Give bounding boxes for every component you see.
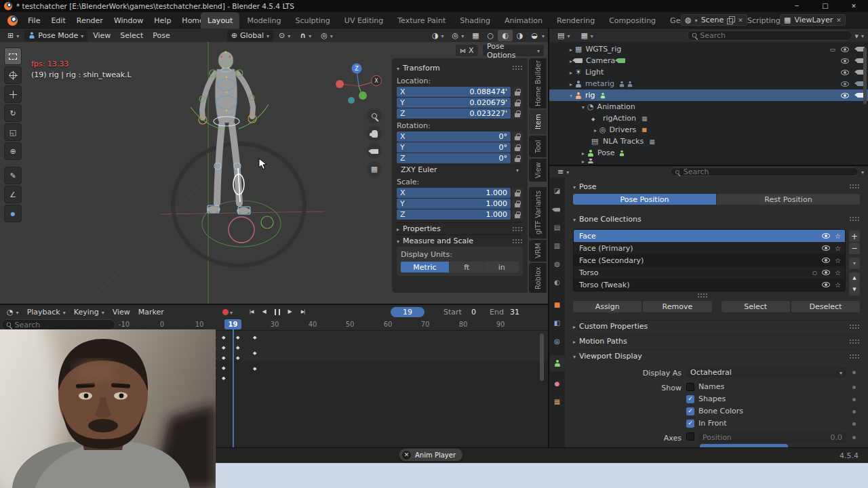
keyframe-diamond[interactable] [222,342,225,351]
properties-tab-object[interactable] [549,297,565,313]
transform-orientation-selector[interactable]: Global [227,30,273,41]
rest-position-button[interactable]: Rest Position [717,194,860,205]
keyframe-diamond[interactable] [253,348,256,357]
panel-grip[interactable] [849,184,860,189]
collapse-icon[interactable] [579,102,587,111]
properties-tab-material[interactable] [549,375,565,392]
scale-z-field[interactable]: Z1.000 [397,209,511,220]
shading-solid-button[interactable] [498,30,513,41]
workspace-tab-compositing[interactable]: Compositing [602,12,663,28]
collection-specials-menu[interactable] [849,258,860,269]
toggle-names[interactable]: Names [686,382,724,391]
outliner-row-partial[interactable] [549,159,868,163]
expand-icon[interactable] [567,45,575,54]
measure-tool[interactable] [4,186,22,203]
expand-icon[interactable] [567,79,575,88]
deselect-button[interactable]: Deselect [791,301,860,312]
outliner-row-pose[interactable]: Pose [549,147,868,159]
visibility-icon[interactable] [822,245,830,251]
lock-scale-y[interactable] [512,199,523,209]
properties-search-input[interactable] [684,167,854,176]
properties-tab-modifiers[interactable] [549,315,565,331]
rotation-mode-dropdown[interactable]: ZXY Euler [397,165,523,175]
view-layer-selector[interactable]: ViewLayer [780,14,846,26]
lock-scale-x[interactable] [512,188,523,198]
viewport-3d[interactable]: Pose Mode View Select Pose Global [0,28,548,304]
visibility-icon[interactable] [822,258,830,263]
expand-icon[interactable] [579,148,587,157]
location-x-field[interactable]: X0.088474' [397,87,511,97]
properties-tab-physics[interactable] [549,333,565,350]
keyframe-diamond[interactable] [236,342,239,351]
expand-icon[interactable] [567,68,575,77]
collection-row-torso[interactable]: Torso [574,266,845,279]
scale-y-field[interactable]: Y1.000 [397,199,511,209]
unit-ft-button[interactable]: ft [450,262,484,272]
remove-button[interactable]: Remove [643,301,711,312]
outliner-row-light[interactable]: Light [549,66,868,78]
workspace-tab-modeling[interactable]: Modeling [240,12,288,28]
solo-icon[interactable] [835,268,841,277]
pause-button[interactable] [271,307,283,317]
keyframe-diamond[interactable] [253,332,256,341]
animate-dot[interactable] [852,422,856,426]
keyframe-diamond[interactable] [222,363,225,371]
mode-selector[interactable]: Pose Mode [24,30,87,41]
menu-keying[interactable]: Keying [70,306,108,318]
keyframe-diamond[interactable] [236,332,239,341]
lock-rotation-y[interactable] [512,142,523,152]
sidebar-tab-view[interactable]: View [529,159,547,182]
keyframe-diamond[interactable] [222,352,225,361]
chevron-down-icon[interactable] [542,31,545,40]
animate-dot[interactable] [852,436,856,439]
lock-location-y[interactable] [512,98,523,108]
workspace-tab-sculpting[interactable]: Sculpting [288,12,336,28]
checkbox-off[interactable] [686,383,694,391]
checkbox-on[interactable] [686,407,694,415]
chevron-down-icon[interactable] [861,31,864,40]
chevron-down-icon[interactable] [861,167,864,176]
outliner-row-rig[interactable]: rig [549,89,868,101]
panel-grip[interactable] [849,339,860,344]
minimize-button[interactable] [783,0,811,12]
sidebar-tab-gltf-variants[interactable]: glTF Variants [529,187,547,239]
sidebar-tab-tool[interactable]: Tool [529,136,547,157]
properties-search[interactable] [670,167,859,176]
anim-player-notification[interactable]: Anim Player [399,448,463,462]
channel-search-input[interactable] [15,321,111,329]
shading-material-button[interactable] [513,30,528,41]
transform-panel-header[interactable]: Transform [397,62,523,74]
pose-options-dropdown[interactable]: Pose Options [483,45,544,56]
workspace-tab-uv-editing[interactable]: UV Editing [338,12,390,28]
lock-location-z[interactable] [512,108,523,119]
animate-dot[interactable] [852,371,856,374]
workspace-tab-animation[interactable]: Animation [498,12,549,28]
sidebar-tab-item[interactable]: Item [529,110,547,134]
properties-tab-scene[interactable] [549,256,565,272]
assign-button[interactable]: Assign [573,301,642,312]
workspace-tab-texture-paint[interactable]: Texture Paint [391,12,452,28]
keyframe-diamond[interactable] [222,373,225,382]
menu-render[interactable]: Render [71,12,108,28]
keyframe-diamond[interactable] [222,332,225,341]
menu-help[interactable]: Help [149,12,176,28]
close-icon[interactable] [402,451,411,460]
snapping-toggle[interactable] [296,30,315,41]
remove-view-layer-icon[interactable] [836,16,842,24]
workspace-tab-rendering[interactable]: Rendering [550,12,601,28]
toggle-ortho-button[interactable] [367,161,382,176]
hide-viewport-icon[interactable] [841,70,849,75]
expand-icon[interactable] [591,125,599,134]
panel-grip[interactable] [512,239,523,244]
checkbox-on[interactable] [686,395,694,403]
scene-selector[interactable]: Scene [681,14,747,26]
playhead-label[interactable]: 19 [224,319,241,329]
next-keyframe-button[interactable] [284,307,296,317]
properties-tab-render[interactable] [549,201,565,218]
unit-in-button[interactable]: in [484,262,519,272]
collection-row-torso-tweak[interactable]: Torso (Tweak) [574,279,845,291]
outliner-scrollbar[interactable] [863,47,867,104]
editor-type-button[interactable] [553,166,573,178]
properties-tab-view-layer[interactable] [549,238,565,254]
screen-icon[interactable] [829,45,835,54]
